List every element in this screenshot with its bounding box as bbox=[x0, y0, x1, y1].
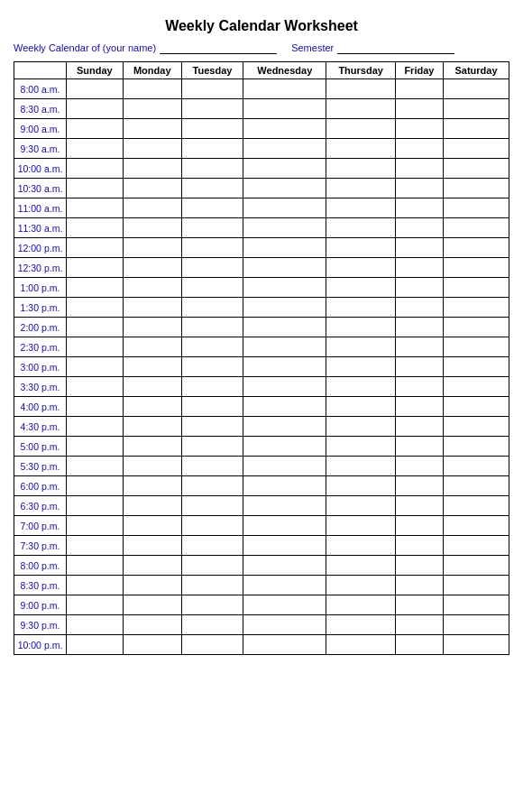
schedule-cell[interactable] bbox=[326, 218, 395, 238]
schedule-cell[interactable] bbox=[444, 298, 509, 318]
schedule-cell[interactable] bbox=[395, 159, 443, 179]
schedule-cell[interactable] bbox=[67, 357, 124, 377]
schedule-cell[interactable] bbox=[326, 437, 395, 457]
schedule-cell[interactable] bbox=[67, 159, 124, 179]
schedule-cell[interactable] bbox=[243, 476, 326, 496]
schedule-cell[interactable] bbox=[395, 119, 443, 139]
schedule-cell[interactable] bbox=[123, 576, 181, 595]
schedule-cell[interactable] bbox=[243, 576, 326, 595]
schedule-cell[interactable] bbox=[123, 218, 181, 238]
schedule-cell[interactable] bbox=[444, 377, 509, 397]
schedule-cell[interactable] bbox=[181, 496, 243, 516]
schedule-cell[interactable] bbox=[444, 99, 509, 119]
schedule-cell[interactable] bbox=[444, 79, 509, 99]
schedule-cell[interactable] bbox=[326, 298, 395, 318]
schedule-cell[interactable] bbox=[395, 576, 443, 595]
schedule-cell[interactable] bbox=[395, 337, 443, 357]
schedule-cell[interactable] bbox=[326, 79, 395, 99]
schedule-cell[interactable] bbox=[243, 179, 326, 198]
schedule-cell[interactable] bbox=[326, 337, 395, 357]
schedule-cell[interactable] bbox=[326, 595, 395, 615]
schedule-cell[interactable] bbox=[123, 397, 181, 417]
schedule-cell[interactable] bbox=[67, 377, 124, 397]
schedule-cell[interactable] bbox=[326, 417, 395, 437]
schedule-cell[interactable] bbox=[67, 496, 124, 516]
schedule-cell[interactable] bbox=[395, 318, 443, 337]
schedule-cell[interactable] bbox=[444, 576, 509, 595]
schedule-cell[interactable] bbox=[444, 119, 509, 139]
schedule-cell[interactable] bbox=[181, 278, 243, 298]
schedule-cell[interactable] bbox=[67, 556, 124, 576]
schedule-cell[interactable] bbox=[67, 337, 124, 357]
schedule-cell[interactable] bbox=[326, 576, 395, 595]
schedule-cell[interactable] bbox=[243, 99, 326, 119]
schedule-cell[interactable] bbox=[243, 397, 326, 417]
schedule-cell[interactable] bbox=[444, 278, 509, 298]
schedule-cell[interactable] bbox=[123, 139, 181, 159]
schedule-cell[interactable] bbox=[243, 238, 326, 258]
schedule-cell[interactable] bbox=[123, 437, 181, 457]
schedule-cell[interactable] bbox=[67, 635, 124, 655]
schedule-cell[interactable] bbox=[326, 99, 395, 119]
schedule-cell[interactable] bbox=[243, 198, 326, 218]
schedule-cell[interactable] bbox=[243, 516, 326, 536]
schedule-cell[interactable] bbox=[395, 397, 443, 417]
schedule-cell[interactable] bbox=[395, 79, 443, 99]
schedule-cell[interactable] bbox=[67, 536, 124, 556]
schedule-cell[interactable] bbox=[67, 576, 124, 595]
schedule-cell[interactable] bbox=[67, 615, 124, 635]
schedule-cell[interactable] bbox=[326, 457, 395, 476]
schedule-cell[interactable] bbox=[444, 357, 509, 377]
schedule-cell[interactable] bbox=[67, 516, 124, 536]
schedule-cell[interactable] bbox=[67, 595, 124, 615]
schedule-cell[interactable] bbox=[181, 437, 243, 457]
schedule-cell[interactable] bbox=[181, 615, 243, 635]
schedule-cell[interactable] bbox=[395, 357, 443, 377]
schedule-cell[interactable] bbox=[395, 496, 443, 516]
schedule-cell[interactable] bbox=[243, 298, 326, 318]
schedule-cell[interactable] bbox=[181, 258, 243, 278]
schedule-cell[interactable] bbox=[181, 595, 243, 615]
schedule-cell[interactable] bbox=[395, 556, 443, 576]
schedule-cell[interactable] bbox=[444, 556, 509, 576]
schedule-cell[interactable] bbox=[395, 615, 443, 635]
schedule-cell[interactable] bbox=[67, 79, 124, 99]
schedule-cell[interactable] bbox=[67, 198, 124, 218]
schedule-cell[interactable] bbox=[326, 615, 395, 635]
schedule-cell[interactable] bbox=[326, 536, 395, 556]
schedule-cell[interactable] bbox=[243, 496, 326, 516]
schedule-cell[interactable] bbox=[123, 79, 181, 99]
schedule-cell[interactable] bbox=[123, 516, 181, 536]
schedule-cell[interactable] bbox=[243, 119, 326, 139]
schedule-cell[interactable] bbox=[181, 635, 243, 655]
schedule-cell[interactable] bbox=[326, 238, 395, 258]
schedule-cell[interactable] bbox=[123, 556, 181, 576]
schedule-cell[interactable] bbox=[123, 179, 181, 198]
schedule-cell[interactable] bbox=[395, 238, 443, 258]
schedule-cell[interactable] bbox=[67, 397, 124, 417]
schedule-cell[interactable] bbox=[67, 99, 124, 119]
schedule-cell[interactable] bbox=[395, 179, 443, 198]
schedule-cell[interactable] bbox=[395, 417, 443, 437]
schedule-cell[interactable] bbox=[123, 318, 181, 337]
schedule-cell[interactable] bbox=[444, 595, 509, 615]
schedule-cell[interactable] bbox=[243, 278, 326, 298]
schedule-cell[interactable] bbox=[444, 139, 509, 159]
schedule-cell[interactable] bbox=[243, 337, 326, 357]
schedule-cell[interactable] bbox=[67, 238, 124, 258]
schedule-cell[interactable] bbox=[326, 635, 395, 655]
schedule-cell[interactable] bbox=[395, 476, 443, 496]
schedule-cell[interactable] bbox=[123, 119, 181, 139]
schedule-cell[interactable] bbox=[181, 318, 243, 337]
schedule-cell[interactable] bbox=[123, 238, 181, 258]
schedule-cell[interactable] bbox=[181, 556, 243, 576]
schedule-cell[interactable] bbox=[326, 496, 395, 516]
schedule-cell[interactable] bbox=[444, 337, 509, 357]
schedule-cell[interactable] bbox=[67, 417, 124, 437]
schedule-cell[interactable] bbox=[243, 556, 326, 576]
schedule-cell[interactable] bbox=[123, 278, 181, 298]
schedule-cell[interactable] bbox=[444, 397, 509, 417]
schedule-cell[interactable] bbox=[181, 576, 243, 595]
schedule-cell[interactable] bbox=[123, 258, 181, 278]
schedule-cell[interactable] bbox=[67, 298, 124, 318]
